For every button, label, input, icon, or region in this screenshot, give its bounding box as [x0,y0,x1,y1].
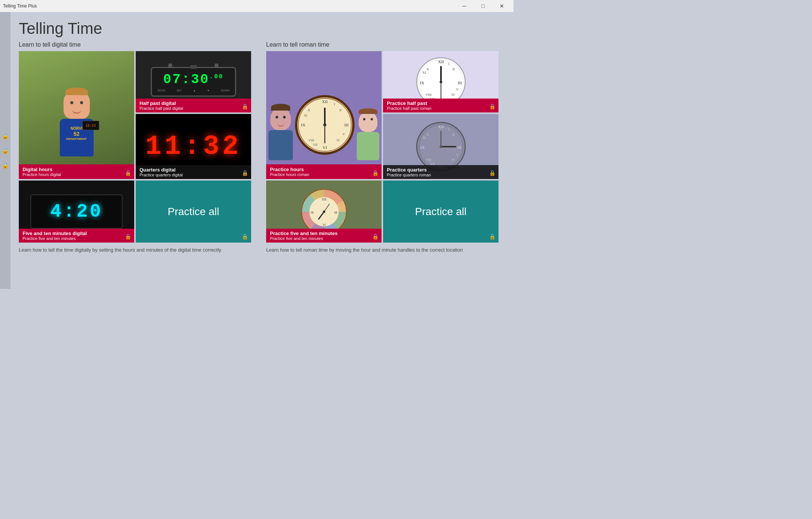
digital-hours-subtitle: Practice hours digital [23,172,130,177]
roman-section-description: Learn how to tell roman time by moving t… [266,246,498,254]
practice-half-past-title: Practice half past [387,100,495,106]
title-bar: Telling Time Plus ─ □ ✕ [0,0,514,12]
roman-hours-title: Practice hours [270,167,378,172]
top-right-roman-stack: XII III VI IX II IV VIII X I V VII [383,51,498,179]
svg-text:IX: IX [420,145,425,149]
roman-hours-subtitle: Practice hours roman [270,172,378,177]
practice-quarters-subtitle: Practice quarters roman [387,173,495,177]
svg-text:I: I [448,127,449,131]
svg-text:IV: IV [336,138,340,142]
svg-text:VII: VII [313,143,317,147]
roman-five-ten-lock: 🔒 [372,234,379,240]
svg-text:XII: XII [438,124,444,129]
svg-text:IX: IX [311,211,314,214]
roman-five-ten-card[interactable]: XII III VI IX Practice five and ten [266,181,382,243]
half-past-digital-subtitle: Practice half past digital [139,106,247,111]
roman-hours-card[interactable]: XII III VI IX II IV VIII X I V [266,51,382,179]
half-past-digital-lock: 🔒 [242,103,248,109]
svg-text:II: II [339,108,342,112]
svg-text:VIII: VIII [426,93,432,97]
svg-text:III: III [344,123,348,127]
sidebar-strip: 🔒 🔒 🔒 [0,12,11,289]
roman-practice-all-card[interactable]: Practice all 🔒 [383,181,498,243]
quarters-digital-label: Quarters digital Practice quarters digit… [136,165,251,179]
main-content: Telling Time Learn to tell digital time [0,12,514,289]
roman-clock-large-svg: XII III VI IX II IV VIII X I V [295,95,355,155]
svg-text:XI: XI [304,114,307,117]
svg-text:V: V [342,132,345,136]
practice-half-past-card[interactable]: XII III VI IX II IV VIII X I V VII [383,51,498,112]
half-past-digital-card[interactable]: 07:30.00 MODE SET ▲ ▼ DOWN [136,51,251,112]
roman-section: Learn to tell roman time [266,41,498,254]
svg-text:V: V [456,88,459,91]
svg-text:I: I [448,62,449,66]
quarters-digital-card[interactable]: 11:32 Quarters digital Practice quarters… [136,114,251,179]
practice-half-past-lock: 🔒 [489,103,495,109]
five-ten-digital-title: Five and ten minutes digital [23,231,130,236]
svg-point-33 [439,80,442,83]
svg-text:III: III [458,80,462,85]
svg-point-59 [323,210,325,213]
digital-practice-all-lock: 🔒 [242,234,248,240]
half-past-digital-title: Half past digital [139,100,247,106]
svg-text:X: X [426,133,429,136]
quarters-digital-subtitle: Practice quarters digital [139,173,247,177]
roman-five-ten-label: Practice five and ten minutes Practice f… [266,229,382,243]
app-title: Telling Time Plus [3,3,37,9]
practice-quarters-card[interactable]: XII III VI IX II IV VIII X I V VII [383,114,498,179]
roman-hours-label: Practice hours Practice hours roman [266,164,382,179]
svg-text:XI: XI [422,136,426,140]
page-title: Telling Time [19,20,498,38]
digital-practice-all-label: Practice all [168,206,219,218]
five-ten-digital-subtitle: Practice five and ten minutes [23,236,130,241]
digital-hours-title: Digital hours [23,167,130,172]
sidebar-lock-icon-3: 🔒 [2,162,9,169]
svg-text:IV: IV [451,93,455,97]
svg-text:IX: IX [420,80,424,85]
top-right-digital-stack: 07:30.00 MODE SET ▲ ▼ DOWN [136,51,251,179]
five-ten-digital-label: Five and ten minutes digital Practice fi… [19,229,134,243]
svg-text:V: V [456,153,458,156]
practice-half-past-label: Practice half past Practice half past ro… [383,99,498,112]
svg-text:I: I [334,102,335,106]
maximize-button[interactable]: □ [474,0,492,12]
digital-hours-card[interactable]: NORVI 52 DEPARTMENT 18:23 Digital hours [19,51,134,179]
svg-text:IV: IV [451,158,455,161]
window-controls: ─ □ ✕ [456,0,511,12]
practice-half-past-subtitle: Practice half past roman [387,106,495,111]
digital-practice-all-card[interactable]: Practice all 🔒 [136,181,251,243]
svg-text:VIII: VIII [308,138,314,142]
sections-container: Learn to tell digital time [19,41,498,254]
roman-cards-grid: XII III VI IX II IV VIII X I V [266,51,498,243]
practice-quarters-lock: 🔒 [489,170,495,176]
svg-text:X: X [426,67,429,71]
digital-hours-label: Digital hours Practice hours digital [19,164,134,179]
digital-cards-grid: NORVI 52 DEPARTMENT 18:23 Digital hours [19,51,251,243]
svg-text:XI: XI [422,70,426,74]
svg-text:III: III [457,145,461,149]
svg-text:VI: VI [323,145,327,150]
roman-five-ten-title: Practice five and ten minutes [270,231,378,236]
minimize-button[interactable]: ─ [456,0,473,12]
roman-practice-all-label: Practice all [415,206,467,218]
svg-text:III: III [334,211,337,214]
roman-hours-lock: 🔒 [372,170,379,176]
svg-point-16 [323,123,326,126]
digital-hours-lock-icon: 🔒 [125,170,131,176]
close-button[interactable]: ✕ [493,0,511,12]
svg-text:XII: XII [438,59,444,64]
svg-text:VI: VI [322,223,326,226]
svg-text:VIII: VIII [426,158,431,161]
practice-quarters-label: Practice quarters Practice quarters roma… [383,165,498,179]
quarters-digital-lock: 🔒 [242,170,248,176]
five-ten-digital-card[interactable]: 4:20 Five and ten minutes digital Practi… [19,181,134,243]
digital-section-description: Learn how to tell the time digitally by … [19,246,251,254]
digital-section-title: Learn to tell digital time [19,41,251,48]
practice-quarters-title: Practice quarters [387,167,495,173]
quarters-digital-title: Quarters digital [139,167,247,173]
roman-section-title: Learn to tell roman time [266,41,498,48]
svg-point-50 [439,145,442,148]
svg-text:XII: XII [322,99,328,104]
svg-text:XII: XII [321,197,326,201]
sidebar-lock-icon-1: 🔒 [2,132,9,140]
